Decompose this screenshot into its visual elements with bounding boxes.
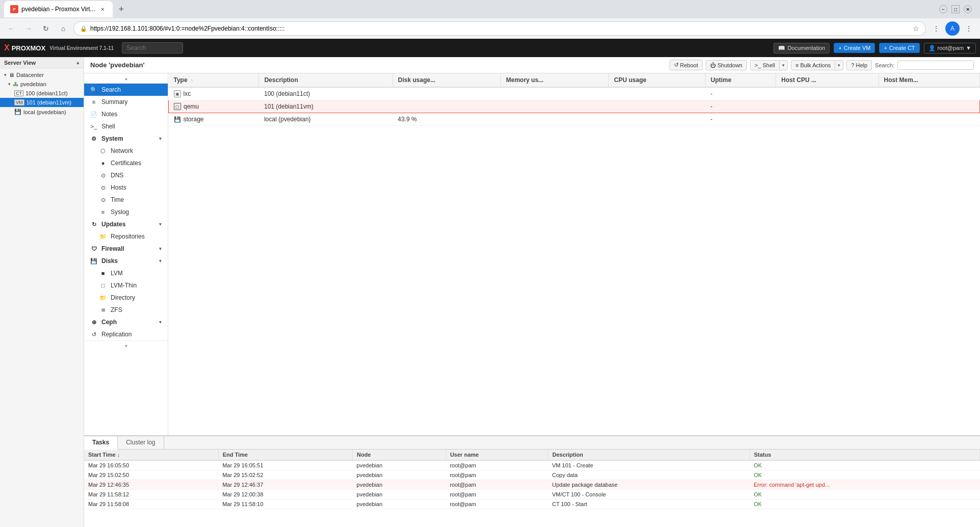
url-input[interactable]	[90, 25, 910, 32]
task-row[interactable]: Mar 29 16:05:50 Mar 29 16:05:51 pvedebia…	[84, 460, 980, 470]
task-row[interactable]: Mar 29 15:02:50 Mar 29 15:02:52 pvedebia…	[84, 470, 980, 480]
bulk-actions-main-button[interactable]: ≡ Bulk Actions	[791, 61, 835, 70]
col-start-time[interactable]: Start Time ↓	[84, 450, 218, 460]
tab-tasks[interactable]: Tasks	[84, 436, 118, 450]
sidebar-item-lxc[interactable]: CT 100 (debian11ct)	[0, 89, 84, 98]
nav-group-firewall[interactable]: 🛡 Firewall ▾	[84, 243, 168, 255]
maximize-button[interactable]: □	[951, 5, 960, 13]
sidebar-item-datacenter[interactable]: ▾ 🖥 Datacenter	[0, 70, 84, 80]
task-description: Copy data	[548, 470, 750, 480]
documentation-button[interactable]: 📖 Documentation	[773, 43, 830, 54]
cell-cpu	[609, 113, 705, 126]
nav-item-syslog[interactable]: ≡ Syslog	[84, 206, 168, 218]
reload-button[interactable]: ↻	[39, 21, 53, 36]
nav-item-network[interactable]: ⬡ Network	[84, 145, 168, 157]
task-row[interactable]: Mar 29 11:58:08 Mar 29 11:58:10 pvedebia…	[84, 499, 980, 509]
nav-scroll-up[interactable]: ▴	[84, 73, 168, 84]
nav-search-input[interactable]	[122, 42, 183, 54]
minimize-button[interactable]: −	[939, 5, 947, 13]
nav-item-time[interactable]: ⊙ Time	[84, 194, 168, 206]
shell-arrow-button[interactable]: ▾	[779, 61, 787, 69]
extensions-button[interactable]: ⋮	[929, 21, 943, 36]
sidebar-item-pvedebian[interactable]: ▾ 🖧 pvedebian	[0, 80, 84, 89]
back-button[interactable]: ←	[4, 21, 18, 36]
col-user-name[interactable]: User name	[446, 450, 548, 460]
col-end-time[interactable]: End Time	[218, 450, 352, 460]
nav-scroll-down[interactable]: ▾	[84, 340, 168, 351]
forward-button[interactable]: →	[21, 21, 36, 36]
reboot-button[interactable]: ↺ Reboot	[669, 60, 703, 70]
nav-item-summary[interactable]: ≡ Summary	[84, 96, 168, 108]
sidebar-item-storage[interactable]: 💾 local (pvedebian)	[0, 107, 84, 117]
bulk-actions-arrow-button[interactable]: ▾	[835, 61, 843, 69]
table-row[interactable]: ▣ lxc 100 (debian11ct) -	[169, 87, 980, 100]
syslog-icon: ≡	[99, 209, 107, 215]
col-disk-usage[interactable]: Disk usage...	[393, 73, 501, 87]
col-node[interactable]: Node	[352, 450, 446, 460]
task-node: pvedebian	[352, 460, 446, 470]
close-window-button[interactable]: ✕	[964, 5, 972, 13]
cell-host-mem	[879, 87, 979, 100]
nav-item-directory[interactable]: 📁 Directory	[84, 292, 168, 304]
task-row[interactable]: Mar 29 11:58:12 Mar 29 12:00:38 pvedebia…	[84, 490, 980, 499]
nav-item-search[interactable]: 🔍 Search	[84, 84, 168, 96]
col-cpu-usage[interactable]: CPU usage	[609, 73, 705, 87]
active-tab[interactable]: P pvedebian - Proxmox Virt... ✕	[4, 1, 113, 17]
system-collapse-icon: ▾	[159, 136, 162, 141]
lvm-icon: ■	[99, 270, 107, 276]
nav-group-updates[interactable]: ↻ Updates ▾	[84, 218, 168, 230]
nav-group-ceph[interactable]: ⊕ Ceph ▾	[84, 316, 168, 328]
nav-item-replication[interactable]: ↺ Replication	[84, 328, 168, 340]
sidebar-item-vm[interactable]: VM 101 (debian11vm)	[0, 98, 84, 107]
nav-item-notes[interactable]: 📄 Notes	[84, 108, 168, 120]
hosts-icon: ⊙	[99, 185, 107, 191]
nav-item-repositories[interactable]: 📁 Repositories	[84, 230, 168, 243]
tab-title: pvedebian - Proxmox Virt...	[21, 6, 95, 13]
user-menu[interactable]: 👤 root@pam ▼	[924, 43, 976, 54]
address-bar[interactable]: 🔒 ☆	[73, 21, 926, 36]
content-search-input[interactable]	[897, 61, 974, 70]
time-icon: ⊙	[99, 197, 107, 203]
nav-item-lvm-thin[interactable]: □ LVM-Thin	[84, 279, 168, 292]
content-area: Node 'pvedebian' ↺ Reboot ⏻ Shutdown >_ …	[84, 57, 980, 527]
tab-cluster-log[interactable]: Cluster log	[118, 436, 164, 449]
table-row[interactable]: ▢ qemu 101 (debian11vm) -	[169, 100, 980, 113]
search-icon: 🔍	[90, 87, 97, 93]
create-vm-button[interactable]: + Create VM	[834, 43, 875, 53]
table-row[interactable]: 💾 storage local (pvedebian) 43.9 % -	[169, 113, 980, 126]
nav-group-system[interactable]: ⚙ System ▾	[84, 133, 168, 145]
col-task-description[interactable]: Description	[548, 450, 750, 460]
nav-group-disks[interactable]: 💾 Disks ▾	[84, 255, 168, 267]
profile-button[interactable]: A	[945, 21, 960, 36]
sidebar-collapse-icon[interactable]: ▴	[76, 59, 80, 66]
nav-item-certificates[interactable]: ● Certificates	[84, 157, 168, 169]
help-button[interactable]: ? Help	[846, 60, 872, 70]
col-memory-usage[interactable]: Memory us...	[501, 73, 609, 87]
col-description[interactable]: Description	[259, 73, 393, 87]
nav-item-lvm[interactable]: ■ LVM	[84, 267, 168, 279]
nav-item-zfs[interactable]: ≋ ZFS	[84, 304, 168, 316]
shell-icon: >_	[755, 62, 761, 68]
col-host-cpu[interactable]: Host CPU ...	[776, 73, 879, 87]
create-ct-button[interactable]: + Create CT	[879, 43, 919, 53]
main-layout: Server View ▴ ▾ 🖥 Datacenter ▾ 🖧 pvedebi…	[0, 57, 980, 527]
new-tab-button[interactable]: +	[113, 1, 131, 18]
col-uptime[interactable]: Uptime	[705, 73, 776, 87]
col-type[interactable]: Type ↑	[169, 73, 259, 87]
bookmark-icon[interactable]: ☆	[913, 24, 919, 33]
nav-item-shell[interactable]: >_ Shell	[84, 120, 168, 133]
col-host-mem[interactable]: Host Mem...	[879, 73, 979, 87]
col-status[interactable]: Status	[750, 450, 979, 460]
shell-main-button[interactable]: >_ Shell	[751, 61, 779, 70]
system-icon: ⚙	[90, 136, 97, 142]
shutdown-button[interactable]: ⏻ Shutdown	[706, 60, 747, 70]
menu-button[interactable]: ⋮	[962, 21, 976, 36]
task-row[interactable]: Mar 29 12:46:35 Mar 29 12:46:37 pvedebia…	[84, 480, 980, 490]
cell-mem	[501, 100, 609, 113]
task-start-time: Mar 29 15:02:50	[84, 470, 218, 480]
task-description: VM/CT 100 - Console	[548, 490, 750, 499]
tab-close-button[interactable]: ✕	[98, 5, 107, 13]
nav-item-dns[interactable]: ⊙ DNS	[84, 169, 168, 181]
home-button[interactable]: ⌂	[56, 21, 70, 36]
nav-item-hosts[interactable]: ⊙ Hosts	[84, 181, 168, 194]
